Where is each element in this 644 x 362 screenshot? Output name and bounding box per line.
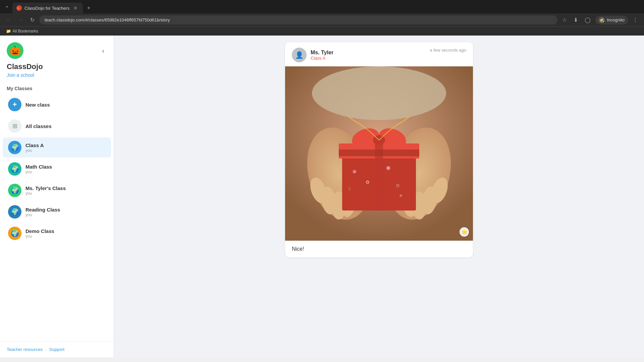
incognito-label: Incognito xyxy=(607,17,625,22)
all-bookmarks-item[interactable]: 📁 All Bookmarks xyxy=(4,28,40,34)
new-class-text: New class xyxy=(25,102,106,108)
math-class-text: Math Class you xyxy=(25,164,106,174)
post-caption: Nice! xyxy=(285,241,473,257)
tab-favicon: 🍎 xyxy=(16,5,22,11)
post-time: a few seconds ago xyxy=(430,48,466,53)
post-avatar: 👤 xyxy=(292,48,307,62)
reading-class-sub: you xyxy=(25,213,106,217)
sidebar-item-reading-class[interactable]: 🌍 Reading Class you xyxy=(3,202,111,222)
all-bookmarks-label: All Bookmarks xyxy=(12,29,38,34)
globe-icon: 🌍 xyxy=(11,143,19,152)
classdojo-logo: 🎃 xyxy=(7,42,23,59)
support-link[interactable]: Support xyxy=(49,347,65,352)
download-btn[interactable]: ⬇ xyxy=(572,15,580,24)
demo-class-icon: 🌍 xyxy=(8,227,21,240)
app-container: 🎃 ‹ ClassDojo Join a school My Classes +… xyxy=(0,36,644,357)
browser-navbar: ← → ↻ ☆ ⬇ ◯ 🕵 Incognito ⋮ xyxy=(0,13,644,26)
brand-name: ClassDojo xyxy=(0,62,114,72)
sidebar-item-math-class[interactable]: 🌍 Math Class you xyxy=(3,159,111,179)
all-classes-icon: ⊞ xyxy=(8,119,21,133)
svg-text:❅: ❅ xyxy=(386,165,391,172)
class-a-sub: you xyxy=(25,148,106,153)
all-classes-text: All classes xyxy=(25,123,106,129)
my-classes-label: My Classes xyxy=(0,83,114,94)
logo-area: 🎃 xyxy=(7,42,23,59)
join-school-link[interactable]: Join a school xyxy=(0,72,114,83)
profile-btn[interactable]: ◯ xyxy=(583,15,593,24)
incognito-badge[interactable]: 🕵 Incognito xyxy=(595,16,628,24)
back-btn[interactable]: ← xyxy=(4,16,13,24)
class-a-icon: 🌍 xyxy=(8,141,21,154)
class-a-name: Class A xyxy=(25,142,106,148)
new-class-label: New class xyxy=(25,102,106,108)
new-tab-btn[interactable]: + xyxy=(84,3,93,13)
tyler-class-name: Ms. Tyler's Class xyxy=(25,185,106,191)
svg-text:⊙: ⊙ xyxy=(396,183,400,188)
tyler-class-icon: 🌍 xyxy=(8,184,21,197)
math-class-name: Math Class xyxy=(25,164,106,170)
globe-icon-4: 🌍 xyxy=(11,208,19,216)
reload-btn[interactable]: ↻ xyxy=(28,15,37,24)
sidebar-item-demo-class[interactable]: 🌍 Demo Class you xyxy=(3,223,111,243)
svg-text:🦌: 🦌 xyxy=(347,186,352,191)
browser-chrome: ⌃ 🍎 ClassDojo for Teachers ✕ + ← → ↻ ☆ ⬇… xyxy=(0,0,644,36)
globe-icon-2: 🌍 xyxy=(11,165,19,173)
post-image: ❄ ✿ ❅ ⊙ 🦌 ❄ 🌟 xyxy=(285,66,473,241)
globe-icon-5: 🌍 xyxy=(11,229,19,237)
sidebar-toggle-btn[interactable]: ‹ xyxy=(99,46,107,56)
menu-btn[interactable]: ⋮ xyxy=(631,15,640,24)
address-bar[interactable] xyxy=(39,15,557,24)
bookmark-star-btn[interactable]: ☆ xyxy=(560,15,569,24)
all-classes-label: All classes xyxy=(25,123,106,129)
content-area: 👤 Ms. Tyler Class A a few seconds ago xyxy=(114,36,644,357)
post-card: 👤 Ms. Tyler Class A a few seconds ago xyxy=(285,42,473,257)
tyler-class-sub: you xyxy=(25,191,106,196)
browser-tab-active[interactable]: 🍎 ClassDojo for Teachers ✕ xyxy=(12,3,83,13)
demo-class-sub: you xyxy=(25,234,106,239)
svg-text:✿: ✿ xyxy=(366,179,370,185)
sidebar-item-tyler-class[interactable]: 🌍 Ms. Tyler's Class you xyxy=(3,180,111,200)
window-back-btn[interactable]: ⌃ xyxy=(3,4,11,13)
post-image-container: ❄ ✿ ❅ ⊙ 🦌 ❄ 🌟 xyxy=(285,66,473,241)
teacher-resources-link[interactable]: Teacher resources xyxy=(7,347,43,352)
footer-separator: · xyxy=(45,347,47,352)
post-header: 👤 Ms. Tyler Class A a few seconds ago xyxy=(285,42,473,66)
reading-class-name: Reading Class xyxy=(25,207,106,213)
all-classes-item[interactable]: ⊞ All classes xyxy=(3,116,111,136)
feed-container: 👤 Ms. Tyler Class A a few seconds ago xyxy=(285,42,473,351)
globe-icon-3: 🌍 xyxy=(11,186,19,194)
tab-title: ClassDojo for Teachers xyxy=(24,6,69,11)
svg-text:❄: ❄ xyxy=(352,169,357,175)
sidebar-footer: Teacher resources · Support xyxy=(0,341,114,357)
tyler-class-text: Ms. Tyler's Class you xyxy=(25,185,106,196)
svg-rect-15 xyxy=(339,149,419,156)
sidebar-header: 🎃 ‹ xyxy=(0,36,114,62)
svg-point-1 xyxy=(312,66,446,120)
math-class-sub: you xyxy=(25,170,106,174)
reading-class-icon: 🌍 xyxy=(8,205,21,219)
demo-class-text: Demo Class you xyxy=(25,228,106,239)
incognito-icon: 🕵 xyxy=(599,17,605,23)
forward-btn[interactable]: → xyxy=(16,16,25,24)
demo-class-name: Demo Class xyxy=(25,228,106,234)
new-class-icon: + xyxy=(8,98,21,111)
bookmarks-icon: 📁 xyxy=(6,29,11,34)
math-class-icon: 🌍 xyxy=(8,162,21,176)
tab-close-btn[interactable]: ✕ xyxy=(72,5,79,11)
class-a-text: Class A you xyxy=(25,142,106,153)
post-class: Class A xyxy=(311,56,430,61)
sidebar: 🎃 ‹ ClassDojo Join a school My Classes +… xyxy=(0,36,114,357)
post-author: Ms. Tyler xyxy=(311,50,430,56)
post-meta: Ms. Tyler Class A xyxy=(311,50,430,61)
nav-actions: ☆ ⬇ ◯ 🕵 Incognito ⋮ xyxy=(560,15,640,24)
bookmarks-bar: 📁 All Bookmarks xyxy=(0,26,644,36)
new-class-item[interactable]: + New class xyxy=(3,95,111,115)
svg-text:❄: ❄ xyxy=(399,193,402,198)
reading-class-text: Reading Class you xyxy=(25,207,106,217)
post-image-svg: ❄ ✿ ❅ ⊙ 🦌 ❄ xyxy=(285,66,473,241)
browser-tabbar: ⌃ 🍎 ClassDojo for Teachers ✕ + xyxy=(0,0,644,13)
sidebar-item-class-a[interactable]: 🌍 Class A you xyxy=(3,137,111,158)
post-reaction[interactable]: 🌟 xyxy=(460,227,469,237)
post-caption-text: Nice! xyxy=(292,246,304,252)
